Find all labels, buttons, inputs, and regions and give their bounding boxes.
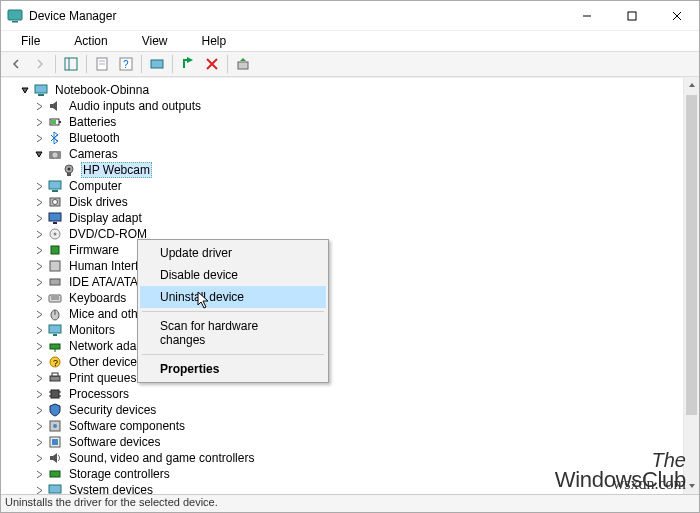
menu-view[interactable]: View — [126, 32, 184, 50]
computer-icon — [33, 82, 49, 98]
chevron-right-icon[interactable] — [33, 132, 45, 144]
svg-rect-43 — [49, 325, 61, 333]
enable-device-button[interactable] — [177, 53, 199, 75]
tree-node[interactable]: Audio inputs and outputs — [5, 98, 699, 114]
show-hide-tree-button[interactable] — [60, 53, 82, 75]
menu-item-disable-device[interactable]: Disable device — [140, 264, 326, 286]
chevron-right-icon[interactable] — [33, 404, 45, 416]
tree-node[interactable]: Software devices — [5, 434, 699, 450]
chevron-right-icon[interactable] — [33, 116, 45, 128]
computer-icon — [47, 178, 63, 194]
tree-node[interactable]: Network adapters — [5, 338, 699, 354]
chevron-right-icon[interactable] — [33, 308, 45, 320]
tree-node[interactable]: Monitors — [5, 322, 699, 338]
software-dev-icon — [47, 434, 63, 450]
svg-rect-51 — [51, 390, 59, 398]
help-button[interactable]: ? — [115, 53, 137, 75]
svg-rect-61 — [49, 485, 61, 493]
tree-node[interactable]: Computer — [5, 178, 699, 194]
svg-rect-26 — [67, 173, 71, 176]
uninstall-device-button[interactable] — [201, 53, 223, 75]
chevron-right-icon[interactable] — [33, 324, 45, 336]
tree-node[interactable]: Software components — [5, 418, 699, 434]
svg-rect-16 — [238, 62, 248, 69]
chevron-right-icon[interactable] — [33, 292, 45, 304]
printer-icon — [47, 370, 63, 386]
tree-node[interactable]: Mice and other pointing devices — [5, 306, 699, 322]
tree-node-hp-webcam[interactable]: HP Webcam — [5, 162, 699, 178]
chevron-right-icon[interactable] — [33, 260, 45, 272]
chevron-right-icon[interactable] — [33, 340, 45, 352]
chevron-right-icon[interactable] — [33, 452, 45, 464]
menu-action[interactable]: Action — [58, 32, 123, 50]
tree-node[interactable]: IDE ATA/ATAP — [5, 274, 699, 290]
security-icon — [47, 402, 63, 418]
hid-icon — [47, 258, 63, 274]
app-icon — [7, 8, 23, 24]
chevron-right-icon[interactable] — [33, 180, 45, 192]
scan-hardware-button[interactable] — [146, 53, 168, 75]
svg-rect-0 — [8, 10, 22, 20]
chevron-right-icon[interactable] — [33, 420, 45, 432]
tree-node[interactable]: Bluetooth — [5, 130, 699, 146]
menu-file[interactable]: File — [5, 32, 56, 50]
properties-button[interactable] — [91, 53, 113, 75]
menu-help[interactable]: Help — [186, 32, 243, 50]
chevron-right-icon[interactable] — [33, 196, 45, 208]
tree-node[interactable]: Firmware — [5, 242, 699, 258]
camera-icon — [47, 146, 63, 162]
scrollbar-thumb[interactable] — [686, 95, 697, 415]
vertical-scrollbar[interactable] — [683, 77, 699, 494]
titlebar: Device Manager — [1, 1, 699, 31]
webcam-icon — [61, 162, 77, 178]
tree-node[interactable]: Print queues — [5, 370, 699, 386]
toolbar: ? — [1, 51, 699, 77]
watermark-sub: wsxdn.com — [613, 476, 686, 491]
tree-node[interactable]: Disk drives — [5, 194, 699, 210]
tree-node[interactable]: DVD/CD-ROM — [5, 226, 699, 242]
maximize-button[interactable] — [609, 1, 654, 30]
menu-separator — [142, 354, 324, 355]
chevron-right-icon[interactable] — [33, 356, 45, 368]
tree-node[interactable]: Human Interf — [5, 258, 699, 274]
svg-rect-36 — [50, 261, 60, 271]
svg-text:?: ? — [53, 358, 58, 368]
tree-node[interactable]: Display adapt — [5, 210, 699, 226]
chevron-right-icon[interactable] — [33, 436, 45, 448]
close-button[interactable] — [654, 1, 699, 30]
device-tree[interactable]: Notebook-Obinna Audio inputs and outputs… — [1, 77, 699, 494]
tree-root[interactable]: Notebook-Obinna — [5, 82, 699, 98]
update-driver-button[interactable] — [232, 53, 254, 75]
chevron-right-icon[interactable] — [33, 372, 45, 384]
menu-item-update-driver[interactable]: Update driver — [140, 242, 326, 264]
menu-item-properties[interactable]: Properties — [140, 358, 326, 380]
scroll-down-button[interactable] — [684, 478, 699, 494]
chevron-right-icon[interactable] — [33, 212, 45, 224]
tree-node[interactable]: Security devices — [5, 402, 699, 418]
scroll-up-button[interactable] — [684, 77, 699, 93]
chevron-right-icon[interactable] — [33, 388, 45, 400]
chevron-down-icon[interactable] — [33, 148, 45, 160]
forward-button[interactable] — [29, 53, 51, 75]
back-button[interactable] — [5, 53, 27, 75]
chevron-right-icon[interactable] — [33, 276, 45, 288]
menu-item-scan-hardware[interactable]: Scan for hardware changes — [140, 315, 326, 351]
tree-node-cameras[interactable]: Cameras — [5, 146, 699, 162]
chevron-right-icon[interactable] — [33, 100, 45, 112]
minimize-button[interactable] — [564, 1, 609, 30]
chevron-down-icon[interactable] — [19, 84, 31, 96]
menu-item-uninstall-device[interactable]: Uninstall device — [140, 286, 326, 308]
tree-node[interactable]: ?Other devices — [5, 354, 699, 370]
tree-node[interactable]: Processors — [5, 386, 699, 402]
tree-node[interactable]: Batteries — [5, 114, 699, 130]
chevron-right-icon[interactable] — [33, 468, 45, 480]
chevron-right-icon[interactable] — [33, 484, 45, 494]
tree-node[interactable]: Keyboards — [5, 290, 699, 306]
svg-rect-35 — [51, 246, 59, 254]
svg-rect-27 — [49, 181, 61, 189]
chevron-right-icon[interactable] — [33, 244, 45, 256]
svg-rect-50 — [52, 373, 58, 376]
svg-rect-59 — [52, 439, 58, 445]
chevron-right-icon[interactable] — [33, 228, 45, 240]
ide-icon — [47, 274, 63, 290]
